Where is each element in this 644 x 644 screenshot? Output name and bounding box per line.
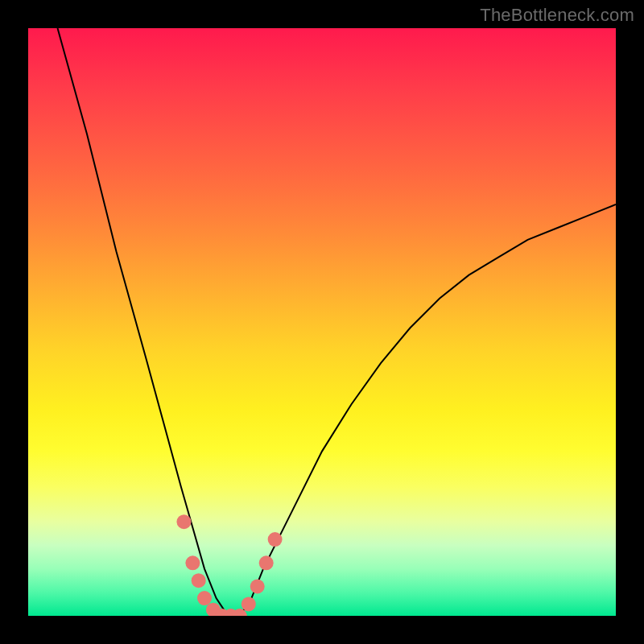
- data-point: [192, 573, 206, 588]
- curve-line: [58, 28, 617, 616]
- data-point: [197, 591, 212, 605]
- data-point: [250, 580, 265, 594]
- bottleneck-curve: [28, 28, 616, 616]
- data-point: [185, 555, 200, 570]
- chart-frame: TheBottleneck.com: [0, 0, 644, 644]
- data-point: [242, 597, 256, 611]
- data-point: [268, 532, 283, 547]
- data-point: [177, 514, 192, 529]
- plot-area: [28, 28, 616, 616]
- watermark-text: TheBottleneck.com: [480, 5, 634, 26]
- data-point: [259, 555, 274, 570]
